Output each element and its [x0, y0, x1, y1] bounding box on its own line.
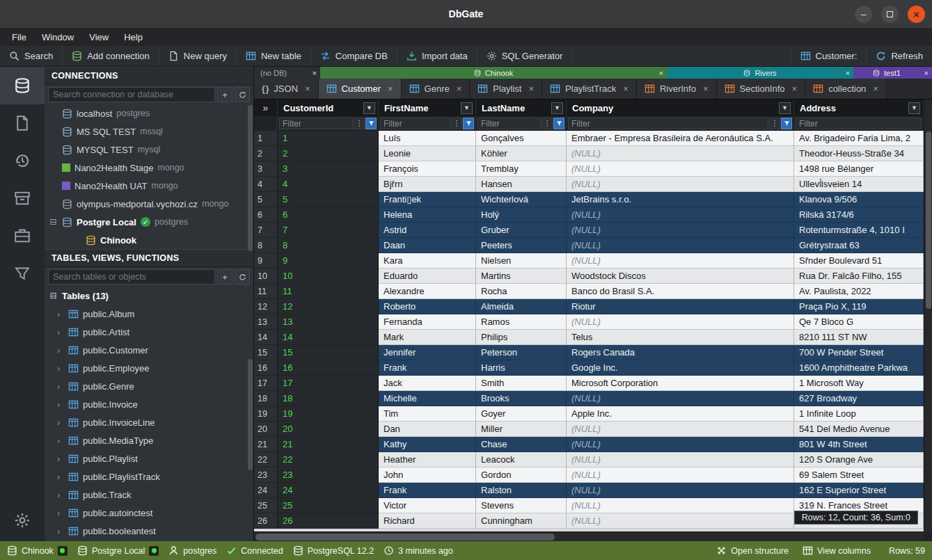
rail-history-button[interactable] [0, 142, 45, 179]
statusbar-item[interactable]: PostgreSQL 12.2 [293, 545, 374, 556]
cell-address[interactable]: Sřnder Boulevard 51 [794, 253, 924, 269]
rail-connections-button[interactable] [0, 67, 45, 104]
cell-lastname[interactable]: Philips [476, 330, 567, 345]
cell-customerid[interactable]: 23 [278, 467, 379, 483]
rail-settings-button[interactable] [0, 499, 45, 541]
tab-group[interactable]: (no DB) × [254, 67, 320, 79]
table-item[interactable]: › public.booleantest [45, 522, 253, 540]
cell-company[interactable]: (NULL) [567, 207, 794, 223]
cell-address[interactable]: 162 E Superior Street [794, 483, 924, 498]
cell-company[interactable]: (NULL) [567, 146, 794, 161]
cell-address[interactable]: Rilská 3174/6 [794, 207, 924, 223]
tab[interactable]: { } PlaylistTrack × [542, 79, 637, 99]
cell-address[interactable]: 69 Salem Street [794, 467, 924, 483]
maximize-button[interactable] [881, 6, 899, 23]
cell-company[interactable]: (NULL) [567, 483, 794, 498]
cell-lastname[interactable]: Ramos [476, 314, 567, 330]
column-header[interactable]: FirstName ▼ [379, 99, 476, 116]
cell-lastname[interactable]: Ralston [476, 483, 567, 498]
cell-address[interactable]: 541 Del Medio Avenue [794, 422, 924, 437]
tab[interactable]: { } Playlist × [470, 79, 542, 99]
table-row[interactable]: 13 13 Fernanda Ramos (NULL) Qe 7 Bloco G [254, 314, 924, 330]
table-row[interactable]: 2 2 Leonie Köhler (NULL) Theodor-Heuss-S… [254, 146, 924, 161]
table-item[interactable]: › public.autoinctest [45, 504, 253, 522]
cell-customerid[interactable]: 3 [278, 161, 379, 177]
toolbar-button[interactable]: New table [237, 46, 311, 66]
tables-search-input[interactable] [48, 269, 215, 285]
filter-menu-button[interactable]: ⋮ [354, 118, 365, 129]
connections-search-input[interactable] [48, 87, 215, 102]
table-row[interactable]: 6 6 Helena Holý (NULL) Rilská 3174/6 [254, 207, 924, 223]
table-row[interactable]: 22 22 Heather Leacock (NULL) 120 S Orang… [254, 452, 924, 467]
cell-lastname[interactable]: Rocha [476, 284, 567, 299]
cell-lastname[interactable]: Stevens [476, 498, 567, 513]
cell-customerid[interactable]: 25 [278, 498, 379, 513]
chevron-right-icon[interactable]: › [57, 508, 64, 518]
table-row[interactable]: 17 17 Jack Smith Microsoft Corporation 1… [254, 376, 924, 391]
cell-lastname[interactable]: Köhler [476, 146, 567, 161]
table-row[interactable]: 21 21 Kathy Chase (NULL) 801 W 4th Stree… [254, 437, 924, 452]
close-button[interactable]: × [908, 6, 925, 23]
table-row[interactable]: 15 15 Jennifer Peterson Rogers Canada 70… [254, 345, 924, 360]
connection-item[interactable]: MS SQL TEST mssql [45, 122, 253, 141]
cell-address[interactable]: Ullevĺlsveien 14 [794, 177, 924, 192]
cell-company[interactable]: (NULL) [567, 177, 794, 192]
table-row[interactable]: 24 24 Frank Ralston (NULL) 162 E Superio… [254, 483, 924, 498]
table-item[interactable]: › public.Genre [45, 377, 253, 395]
tab-group[interactable]: Rivers × [667, 67, 853, 79]
cell-company[interactable]: (NULL) [567, 391, 794, 406]
cell-address[interactable]: 700 W Pender Street [794, 345, 924, 360]
rail-apps-button[interactable] [0, 217, 45, 255]
sidebar-scrollbar-2[interactable] [248, 359, 253, 470]
cell-address[interactable]: 1498 rue Bélanger [794, 161, 924, 177]
chevron-right-icon[interactable]: › [57, 417, 64, 428]
cell-lastname[interactable]: Peeters [476, 238, 567, 253]
close-group-icon[interactable]: × [924, 69, 929, 77]
cell-company[interactable]: (NULL) [567, 422, 794, 437]
cell-firstname[interactable]: Fernanda [379, 314, 476, 330]
toolbar-button[interactable]: New query [159, 46, 237, 66]
cell-company[interactable]: Apple Inc. [567, 406, 794, 422]
filter-input[interactable] [568, 118, 768, 129]
cell-firstname[interactable]: Michelle [379, 391, 476, 406]
close-tab-icon[interactable]: × [457, 83, 462, 94]
cell-address[interactable]: Qe 7 Bloco G [794, 314, 924, 330]
cell-lastname[interactable]: Tremblay [476, 161, 567, 177]
cell-lastname[interactable]: Holý [476, 207, 567, 223]
cell-firstname[interactable]: Luís [379, 131, 476, 146]
cell-address[interactable]: Grétrystraat 63 [794, 238, 924, 253]
filter-input[interactable] [796, 118, 922, 129]
menu-item[interactable]: Help [116, 30, 150, 45]
chevron-right-icon[interactable]: › [57, 345, 64, 355]
chevron-right-icon[interactable]: › [57, 454, 64, 464]
column-dropdown-button[interactable]: ▼ [908, 102, 920, 114]
table-row[interactable]: 1 1 Luís Gonçalves Embraer - Empresa Bra… [254, 131, 924, 146]
cell-lastname[interactable]: Brooks [476, 391, 567, 406]
cell-firstname[interactable]: Richard [379, 513, 476, 529]
tab[interactable]: { } RiverInfo × [637, 79, 717, 99]
cell-firstname[interactable]: Roberto [379, 299, 476, 314]
cell-company[interactable]: JetBrains s.r.o. [567, 192, 794, 207]
table-row[interactable]: 3 3 François Tremblay (NULL) 1498 rue Bé… [254, 161, 924, 177]
chevron-right-icon[interactable]: › [57, 381, 64, 392]
table-row[interactable]: 7 7 Astrid Gruber (NULL) Rotenturmstraße… [254, 223, 924, 238]
filter-menu-button[interactable]: ⋮ [451, 118, 462, 129]
statusbar-item[interactable]: Chinook [7, 545, 68, 556]
chevron-right-icon[interactable]: › [57, 435, 64, 446]
close-group-icon[interactable]: × [313, 69, 317, 77]
cell-firstname[interactable]: Tim [379, 406, 476, 422]
cell-lastname[interactable]: Hansen [476, 177, 567, 192]
tab[interactable]: { } SectionInfo × [717, 79, 806, 99]
chevron-right-icon[interactable]: › [57, 399, 64, 410]
statusbar-action[interactable]: Open structure [716, 545, 789, 556]
cell-lastname[interactable]: Smith [476, 376, 567, 391]
filter-menu-button[interactable]: ⋮ [542, 118, 553, 129]
cell-firstname[interactable]: Jack [379, 376, 476, 391]
table-row[interactable]: 4 4 Bjřrn Hansen (NULL) Ullevĺlsveien 14 [254, 177, 924, 192]
rail-archive-button[interactable] [0, 179, 45, 217]
table-row[interactable]: 9 9 Kara Nielsen (NULL) Sřnder Boulevard… [254, 253, 924, 269]
minimize-button[interactable]: – [855, 6, 872, 23]
cell-lastname[interactable]: Leacock [476, 452, 567, 467]
tab[interactable]: { } Genre × [402, 79, 471, 99]
close-group-icon[interactable]: × [846, 69, 850, 77]
